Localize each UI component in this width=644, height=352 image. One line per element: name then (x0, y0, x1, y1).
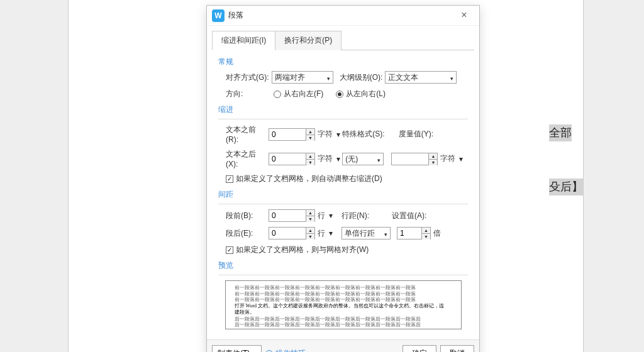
alignment-dropdown[interactable]: 两端对齐 (272, 71, 333, 84)
space-after-input[interactable] (269, 228, 306, 239)
spinner-buttons: ▲ ▼ (428, 153, 437, 165)
tips-link[interactable]: ▶ 操作技巧 (265, 348, 306, 352)
spinner-buttons: ▲ ▼ (306, 129, 314, 140)
preview-ghost-text: 前一段落前一段落前一段落前一段落前一段落前一段落前一段落前一段落前一段落 (235, 291, 452, 297)
spinner-down-icon[interactable]: ▼ (422, 234, 430, 239)
space-before-input[interactable] (269, 210, 306, 221)
radio-ltr[interactable]: 从左向右(L) (336, 89, 386, 99)
setvalue-label: 设置值(A): (392, 211, 426, 221)
section-spacing: 间距 (218, 189, 468, 200)
spinner-up-icon[interactable]: ▲ (306, 153, 314, 160)
spinner-down-icon[interactable]: ▼ (306, 135, 314, 141)
spinner-up-icon[interactable]: ▲ (306, 210, 314, 216)
spinner-down-icon[interactable]: ▼ (306, 216, 314, 222)
spinner-buttons: ▲ ▼ (306, 228, 314, 239)
spinner-buttons: ▲ ▼ (421, 228, 430, 239)
space-after-label: 段后(E): (226, 228, 266, 239)
spinner-up-icon[interactable]: ▲ (306, 129, 314, 135)
space-before-spinner[interactable]: ▲ ▼ (269, 209, 315, 222)
unit-char: 字符 (318, 153, 333, 164)
spinner-down-icon[interactable]: ▼ (429, 160, 437, 165)
separator (218, 204, 468, 204)
preview-sample-text: 打开 Word 文档。这个文档建设服务网政府办的整体。当然也可以这个命令文档。右… (235, 303, 452, 309)
cancel-button[interactable]: 取消 (440, 345, 474, 352)
titlebar: W 段落 × (207, 6, 479, 26)
spinner-buttons: ▲ ▼ (306, 153, 314, 165)
unit-char: 字符 (318, 129, 333, 140)
unit-line: 行 (318, 228, 325, 239)
outline-dropdown[interactable]: 正文文本 (385, 71, 457, 84)
radio-circle-icon (336, 91, 343, 98)
indent-before-label: 文本之前(R): (226, 124, 266, 144)
preview-box: 前一段落前一段落前一段落前一段落前一段落前一段落前一段落前一段落前一段落 前一段… (225, 280, 462, 329)
tab-indent-spacing[interactable]: 缩进和间距(I) (212, 31, 275, 50)
separator (218, 119, 468, 119)
doc-text: 殳后】 (549, 179, 583, 195)
snap-grid-checkbox[interactable]: ✓ 如果定义了文档网格，则与网格对齐(W) (226, 245, 369, 255)
alignment-label: 对齐方式(G): (226, 72, 269, 83)
app-icon: W (212, 9, 225, 22)
linespace-label: 行距(N): (341, 211, 369, 221)
setvalue-spinner[interactable]: ▲ ▼ (397, 227, 431, 239)
paragraph-dialog: W 段落 × 缩进和间距(I) 换行和分页(P) 常规 对齐方式(G): 两端对… (206, 5, 480, 352)
tab-line-pagebreak[interactable]: 换行和分页(P) (275, 31, 341, 50)
dialog-title: 段落 (228, 10, 454, 21)
close-icon[interactable]: × (454, 8, 474, 23)
special-format-label: 特殊格式(S): (342, 129, 384, 140)
outline-label: 大纲级别(O): (340, 72, 383, 83)
direction-label: 方向: (226, 89, 271, 99)
radio-dot-icon (338, 92, 341, 96)
doc-text: 全部 (549, 124, 572, 141)
indent-after-input[interactable] (269, 153, 306, 165)
section-general: 常规 (218, 57, 468, 67)
space-after-spinner[interactable]: ▲ ▼ (269, 227, 315, 239)
measure-spinner[interactable]: ▲ ▼ (391, 153, 438, 165)
spinner-buttons: ▲ ▼ (306, 210, 314, 221)
radio-rtl[interactable]: 从右向左(F) (274, 89, 323, 99)
unit-bei: 倍 (433, 228, 441, 239)
spinner-up-icon[interactable]: ▲ (306, 228, 314, 234)
preview-ghost-text: 前一段落前一段落前一段落前一段落前一段落前一段落前一段落前一段落前一段落 (235, 285, 452, 291)
ok-button[interactable]: 确定 (402, 345, 436, 352)
auto-adjust-checkbox[interactable]: ✓ 如果定义了文档网格，则自动调整右缩进(D) (226, 173, 382, 184)
setvalue-input[interactable] (397, 228, 421, 239)
tabs: 缩进和间距(I) 换行和分页(P) (207, 26, 479, 50)
spinner-up-icon[interactable]: ▲ (429, 153, 437, 160)
tabstops-button[interactable]: 制表位(T)... (212, 345, 262, 352)
preview-ghost-text: 前一段落前一段落前一段落前一段落前一段落前一段落前一段落前一段落前一段落 (235, 297, 452, 303)
checkbox-checked-icon: ✓ (226, 175, 233, 183)
unit-char: 字符 (440, 153, 455, 164)
indent-after-spinner[interactable]: ▲ ▼ (269, 153, 315, 165)
dialog-bottom-bar: 制表位(T)... ▶ 操作技巧 确定 取消 (207, 339, 479, 352)
space-before-label: 段前(B): (226, 211, 266, 221)
preview-sample-text: 建段落。 (235, 309, 452, 316)
separator (218, 275, 468, 275)
linespace-dropdown[interactable]: 单倍行距 (341, 227, 391, 239)
preview-ghost-text: 后一段落后一段落后一段落后一段落后一段落后一段落后一段落后一段落后一段落后 (235, 322, 452, 328)
checkbox-checked-icon: ✓ (226, 246, 233, 254)
special-format-dropdown[interactable]: (无) (342, 153, 384, 165)
play-icon: ▶ (265, 350, 273, 353)
preview-ghost-text: 后一段落后一段落后一段落后一段落后一段落后一段落后一段落后一段落后一段落后 (235, 316, 452, 322)
indent-after-label: 文本之后(X): (226, 149, 266, 168)
panel: 常规 对齐方式(G): 两端对齐 大纲级别(O): 正文文本 方向: 从右向左(… (207, 50, 479, 339)
indent-before-input[interactable] (269, 129, 306, 140)
spinner-up-icon[interactable]: ▲ (422, 228, 430, 234)
indent-before-spinner[interactable]: ▲ ▼ (269, 128, 315, 141)
radio-circle-icon (274, 91, 281, 98)
unit-line: 行 (318, 211, 325, 221)
section-indent: 缩进 (218, 104, 468, 115)
measure-input[interactable] (392, 153, 428, 165)
spinner-down-icon[interactable]: ▼ (306, 160, 314, 165)
measure-label: 度量值(Y): (399, 129, 433, 140)
section-preview: 预览 (218, 260, 468, 271)
spinner-down-icon[interactable]: ▼ (306, 234, 314, 239)
